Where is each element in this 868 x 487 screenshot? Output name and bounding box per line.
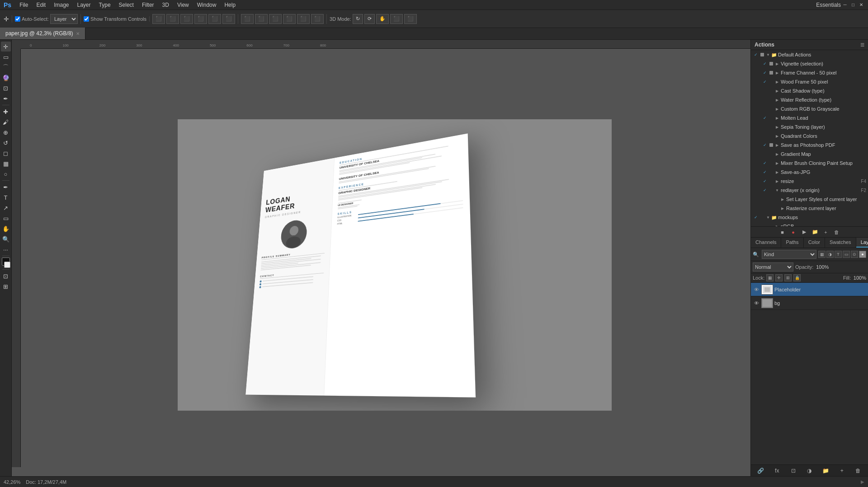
layer-filter-dropdown[interactable]: Kind [762, 250, 816, 259]
action-expand-water-reflection[interactable]: ▶ [774, 97, 780, 103]
action-item-vignette[interactable]: ✓ ▶ Vignette (selection) [751, 59, 868, 68]
history-brush-tool[interactable]: ↺ [1, 138, 11, 148]
new-layer-button[interactable]: + [837, 467, 846, 475]
lock-artboard-icon[interactable]: ⊞ [784, 274, 792, 281]
menu-image[interactable]: Image [50, 1, 72, 9]
action-item-redlayer[interactable]: ✓ ▼ redlayer (x origin) F2 [751, 186, 868, 195]
align-top-button[interactable]: ⬛ [194, 14, 207, 24]
hand-tool[interactable]: ✋ [1, 224, 11, 234]
action-item-srgb[interactable]: ✓ ▶ sRGB [751, 222, 868, 226]
lock-all-icon[interactable]: 🔒 [793, 274, 801, 281]
brush-tool[interactable]: 🖌 [1, 117, 11, 127]
3d-slide-button[interactable]: ⬛ [390, 14, 403, 24]
action-expand-vignette[interactable]: ▶ [774, 61, 780, 66]
action-expand-wood-frame[interactable]: ▶ [774, 79, 780, 84]
add-mask-button[interactable]: ⊡ [789, 467, 798, 475]
action-item-wood-frame[interactable]: ✓ ▶ Wood Frame 50 pixel [751, 77, 868, 86]
3d-rotate-button[interactable]: ↻ [353, 14, 363, 24]
menu-window[interactable]: Window [193, 1, 220, 9]
tab-color[interactable]: Color [804, 238, 825, 248]
fx-button[interactable]: fx [773, 467, 782, 475]
dist-bottom-button[interactable]: ⬛ [311, 14, 324, 24]
actions-new-set-button[interactable]: 📁 [811, 228, 820, 236]
action-expand-sepia-toning[interactable]: ▶ [774, 124, 780, 130]
screen-mode-toggle[interactable]: ⊞ [1, 281, 11, 291]
action-item-resize[interactable]: ✓ ▶ resize F4 [751, 177, 868, 186]
dist-top-button[interactable]: ⬛ [283, 14, 296, 24]
quick-select-tool[interactable]: 🔮 [1, 73, 11, 83]
actions-record-button[interactable]: ● [789, 228, 798, 236]
delete-layer-button[interactable]: 🗑 [854, 467, 863, 475]
action-expand-set-layer-styles[interactable]: ▶ [780, 197, 785, 202]
action-expand-srgb[interactable]: ▶ [774, 224, 780, 226]
action-item-cast-shadow[interactable]: ✓ ▶ Cast Shadow (type) [751, 86, 868, 95]
dodge-tool[interactable]: ○ [1, 169, 11, 179]
zoom-tool[interactable]: 🔍 [1, 234, 11, 244]
actions-new-action-button[interactable]: + [821, 228, 830, 236]
auto-select-checkbox[interactable] [15, 16, 20, 22]
action-item-set-layer-styles[interactable]: ✓ ▶ Set Layer Styles of current layer [751, 195, 868, 204]
tab-paths[interactable]: Paths [781, 238, 803, 248]
action-item-molten-lead[interactable]: ✓ ▶ Molten Lead [751, 113, 868, 122]
action-item-save-pdf[interactable]: ✓ ▶ Save as Photoshop PDF [751, 140, 868, 150]
action-item-custom-rgb[interactable]: ✓ ▶ Custom RGB to Grayscale [751, 104, 868, 113]
lasso-tool[interactable]: ⌒ [1, 62, 11, 72]
filter-smart-icon[interactable]: ⊙ [851, 251, 858, 258]
tab-layers[interactable]: Layers [856, 238, 868, 248]
layer-vis-bg[interactable]: 👁 [753, 300, 760, 307]
3d-scale-button[interactable]: ⬛ [404, 14, 417, 24]
align-center-v-button[interactable]: ⬛ [166, 14, 179, 24]
action-expand-frame-channel[interactable]: ▶ [774, 70, 780, 75]
menu-file[interactable]: File [16, 1, 32, 9]
eyedropper-tool[interactable]: ✒ [1, 94, 11, 103]
link-layers-button[interactable]: 🔗 [756, 467, 765, 475]
menu-type[interactable]: Type [95, 1, 114, 9]
layer-item-bg[interactable]: 👁 bg [751, 296, 868, 310]
layer-item-placeholder[interactable]: 👁 Placeholder [751, 283, 868, 296]
lock-pixels-icon[interactable]: ▦ [766, 274, 774, 281]
blend-mode-dropdown[interactable]: Normal [753, 262, 793, 272]
menu-layer[interactable]: Layer [74, 1, 94, 9]
maximize-button[interactable]: □ [850, 2, 856, 8]
background-color[interactable] [4, 262, 10, 268]
quick-mask-toggle[interactable]: ⊡ [1, 271, 11, 281]
menu-select[interactable]: Select [115, 1, 137, 9]
dist-right-button[interactable]: ⬛ [269, 14, 282, 24]
move-tool[interactable]: ✛ [1, 42, 11, 52]
action-expand-molten-lead[interactable]: ▶ [774, 115, 780, 121]
eraser-tool[interactable]: ◻ [1, 148, 11, 158]
tab-close-button[interactable]: ✕ [76, 31, 80, 36]
action-expand-resize[interactable]: ▶ [774, 178, 780, 184]
action-expand-save-pdf[interactable]: ▶ [774, 142, 780, 148]
3d-roll-button[interactable]: ⟳ [364, 14, 375, 24]
action-expand-redlayer[interactable]: ▼ [774, 187, 780, 193]
action-item-rasterize[interactable]: ✓ ▶ Rasterize current layer [751, 204, 868, 213]
close-button[interactable]: ✕ [858, 2, 864, 8]
align-left-button[interactable]: ⬛ [152, 14, 165, 24]
new-group-button[interactable]: 📁 [821, 467, 830, 475]
action-expand-custom-rgb[interactable]: ▶ [774, 106, 780, 112]
shape-tool[interactable]: ▭ [1, 213, 11, 223]
path-select-tool[interactable]: ↗ [1, 203, 11, 213]
align-center-h-button[interactable]: ⬛ [208, 14, 221, 24]
3d-pan-button[interactable]: ✋ [376, 14, 389, 24]
action-expand-default-actions[interactable]: ▼ [765, 52, 771, 57]
more-tools[interactable]: ··· [1, 244, 11, 254]
clone-tool[interactable]: ⊕ [1, 127, 11, 137]
align-right-button[interactable]: ⬛ [180, 14, 193, 24]
tab-channels[interactable]: Channels [751, 238, 781, 248]
lock-move-icon[interactable]: ✛ [775, 274, 783, 281]
document-tab[interactable]: paper.jpg @ 42,3% (RGB/8) ✕ [0, 28, 85, 39]
filter-adj-icon[interactable]: ◑ [826, 251, 834, 258]
action-item-gradient-map[interactable]: ✓ ▶ Gradient Map [751, 150, 868, 159]
auto-select-dropdown[interactable]: Layer Group [50, 14, 78, 24]
actions-delete-button[interactable]: 🗑 [832, 228, 841, 236]
action-expand-rasterize[interactable]: ▶ [780, 206, 785, 211]
dist-center-button[interactable]: ⬛ [255, 14, 268, 24]
action-item-mockups[interactable]: ✓ ▼ 📁 mockups [751, 213, 868, 222]
align-bottom-button[interactable]: ⬛ [222, 14, 235, 24]
filter-type-icon[interactable]: T [835, 251, 842, 258]
filter-pixel-icon[interactable]: ▦ [818, 251, 826, 258]
canvas-area[interactable]: 0 100 200 300 400 500 600 700 800 LOGAN [12, 40, 750, 476]
actions-panel-menu-icon[interactable]: ☰ [860, 42, 864, 47]
